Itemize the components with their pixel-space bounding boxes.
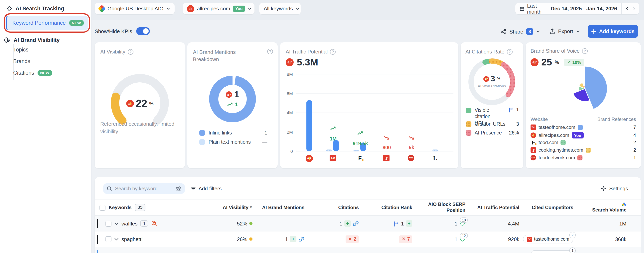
help-icon[interactable]: ? xyxy=(582,48,588,54)
sliders-icon[interactable] xyxy=(176,186,181,191)
col-header-ai-brand-mentions[interactable]: AI Brand Mentions xyxy=(262,205,304,211)
new-badge: NEW xyxy=(37,70,52,76)
sidebar-item-brands[interactable]: Brands xyxy=(13,58,30,64)
export-button[interactable]: Export xyxy=(549,28,580,34)
sidebar-item-label: Keyword Performance xyxy=(12,20,66,26)
competitor-pill[interactable]: food 1 xyxy=(530,250,573,253)
help-icon[interactable]: ? xyxy=(507,49,512,54)
serp-inspect-icon[interactable] xyxy=(151,220,158,227)
search-engine-dropdown[interactable]: Google US Desktop AIO xyxy=(95,3,174,14)
col-header-ai-visibility[interactable]: AI Visibility ▼ xyxy=(223,205,252,211)
col-header-ai-traffic-potential[interactable]: AI Traffic Potential xyxy=(477,205,519,211)
search-volume-cell: 368k xyxy=(615,236,626,242)
table-row[interactable]: waffles 1 52% — 1 + 1 + 1 xyxy=(95,216,641,231)
table-body: waffles 1 52% — 1 + 1 + 1 xyxy=(95,216,641,253)
svg-text:919.5k: 919.5k xyxy=(353,141,368,146)
date-preset-label: Last month xyxy=(527,2,548,14)
allrecipes-logo-icon: ar xyxy=(126,100,134,107)
col-header-citation-rank[interactable]: Citation Rank xyxy=(381,205,412,211)
export-icon xyxy=(549,28,555,34)
help-icon[interactable]: ? xyxy=(267,49,273,54)
chevron-right-icon[interactable] xyxy=(632,6,636,11)
new-badge: NEW xyxy=(69,20,84,26)
svg-text:8M: 8M xyxy=(287,72,293,77)
gauge-value: ar 22 % xyxy=(95,97,185,110)
sov-row[interactable]: T cooking.nytimes.com 2 xyxy=(530,147,636,153)
traffic-potential-cell: 4.4M xyxy=(508,221,519,227)
add-filters-label: Add filters xyxy=(198,186,222,192)
aio-position-cell: 1 10 xyxy=(455,221,466,227)
sov-row[interactable]: ar allrecipes.com You 4 xyxy=(530,132,636,138)
cited-competitors-cell: food 1 xyxy=(530,250,573,253)
col-header-cited-competitors[interactable]: Cited Competitors xyxy=(532,205,573,211)
added-plus-icon[interactable]: + xyxy=(290,236,296,242)
add-filters-button[interactable]: Add filters xyxy=(190,186,222,192)
keyword-performance-dashboard: AI Search Tracking Keyword Performance N… xyxy=(0,0,644,253)
keyword-name[interactable]: spaghetti xyxy=(122,236,142,242)
sov-row[interactable]: ToH tasteofhome.com 7 xyxy=(530,125,636,130)
sidebar: AI Search Tracking Keyword Performance N… xyxy=(0,0,92,253)
link-icon[interactable] xyxy=(353,221,359,227)
sov-row[interactable]: F food.com 2 xyxy=(530,140,636,145)
select-all-checkbox[interactable] xyxy=(100,205,106,211)
search-input[interactable] xyxy=(115,186,172,191)
sov-row[interactable]: food foodnetwork.com 1 xyxy=(530,155,636,160)
l-site-logo-icon: L xyxy=(432,155,438,161)
allrecipes-favicon: ar xyxy=(530,132,536,138)
google-logo-icon xyxy=(98,4,106,12)
sidebar-item-label: Topics xyxy=(13,47,28,53)
sidebar-section-ai-brand-visibility[interactable]: AI Brand Visibility xyxy=(0,31,60,43)
link-icon[interactable] xyxy=(298,236,304,242)
keyword-name[interactable]: waffles xyxy=(122,221,138,227)
table-row[interactable]: food 1 xyxy=(95,247,641,253)
col-header-citations[interactable]: Citations xyxy=(338,205,359,211)
share-button[interactable]: Share 8 xyxy=(500,28,540,35)
sidebar-item-citations[interactable]: Citations NEW xyxy=(13,70,52,76)
expand-chevron-icon[interactable] xyxy=(114,222,119,225)
search-volume-cell: 1M xyxy=(619,221,626,227)
brand-visibility-icon xyxy=(4,37,10,43)
row-checkbox[interactable] xyxy=(106,236,112,242)
divider xyxy=(622,3,622,14)
settings-button[interactable]: Settings xyxy=(600,186,628,192)
sov-col-references: Brand References xyxy=(598,117,636,122)
domain-dropdown[interactable]: ar allrecipes.com You xyxy=(182,3,254,14)
svg-text:4M: 4M xyxy=(287,110,293,115)
kpi-toggle[interactable] xyxy=(136,27,150,35)
legend-swatch xyxy=(199,139,205,145)
sov-value: 25 xyxy=(541,57,552,68)
date-range-value: Dec 14, 2025 - Jan 14, 2026 xyxy=(550,5,617,11)
keyword-cell: waffles 1 xyxy=(100,220,158,227)
expand-chevron-icon[interactable] xyxy=(114,238,119,241)
col-header-search-volume[interactable]: Search Volume xyxy=(592,202,626,213)
keywords-filter-dropdown[interactable]: All keywords xyxy=(259,3,301,14)
table-row[interactable]: spaghetti 26% 1 + ✕2 ✕7 1 xyxy=(95,231,641,247)
allrecipes-logo-icon: ar xyxy=(484,76,489,82)
foodnetwork-logo-icon: food xyxy=(408,155,414,161)
sidebar-item-topics[interactable]: Topics xyxy=(13,47,28,53)
chevron-down-icon xyxy=(166,6,170,10)
add-keywords-button[interactable]: Add keywords xyxy=(588,25,638,38)
chevron-left-icon[interactable] xyxy=(626,6,629,11)
sov-refs: 4 xyxy=(634,132,636,138)
food-com-favicon: F xyxy=(530,140,536,145)
added-plus-icon[interactable]: + xyxy=(344,220,351,227)
row-checkbox[interactable] xyxy=(106,221,112,227)
ai-search-tracking-icon xyxy=(6,5,12,11)
mentions-trend: 1 xyxy=(208,101,257,107)
date-range-picker[interactable]: Last month Dec 14, 2025 - Jan 14, 2026 xyxy=(515,3,639,14)
sidebar-section-ai-search-tracking[interactable]: AI Search Tracking xyxy=(0,0,91,11)
keyword-search[interactable] xyxy=(103,183,185,194)
tasteofhome-favicon: ToH xyxy=(527,237,532,242)
keywords-count-badge: 35 xyxy=(135,204,146,211)
help-icon[interactable]: ? xyxy=(128,49,133,54)
citation-rank-cell: ✕7 xyxy=(399,235,412,243)
citations-center-label: AI Won Citations xyxy=(466,84,517,88)
sov-col-website: Website xyxy=(530,117,548,122)
sidebar-item-keyword-performance[interactable]: Keyword Performance NEW xyxy=(6,16,88,30)
competitor-pill[interactable]: ToH tasteofhome.com 2 xyxy=(523,235,573,244)
lost-citation-badge: ✕2 xyxy=(346,235,359,243)
help-icon[interactable]: ? xyxy=(330,49,336,54)
added-plus-icon[interactable]: + xyxy=(406,220,412,227)
col-header-aio-block-serp-position[interactable]: AIO Block SERP Position xyxy=(426,202,466,214)
